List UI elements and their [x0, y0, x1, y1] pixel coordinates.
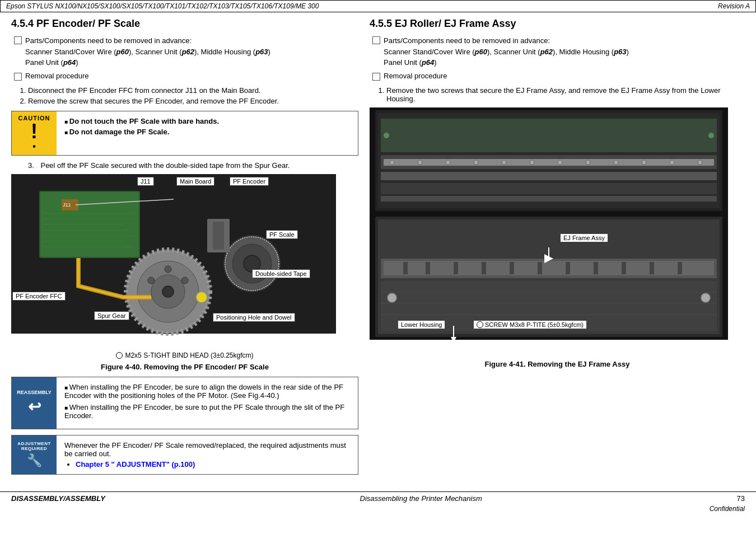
svg-point-42 [474, 160, 478, 165]
removal-item: Removal procedure [14, 72, 358, 81]
caution-dot: • [32, 142, 36, 152]
left-section-title: 4.5.4 PF Encoder/ PF Scale [11, 18, 358, 30]
checkbox-icon [14, 36, 22, 44]
header-revision: Revision A [718, 2, 750, 10]
page-header: Epson STYLUS NX100/NX105/SX100/SX105/TX1… [0, 0, 756, 12]
svg-point-41 [446, 160, 450, 165]
right-step-1: Remove the two screws that secure the EJ… [386, 86, 745, 103]
fig-label-pf-encoder: PF Encoder [230, 177, 269, 186]
right-column: 4.5.5 EJ Roller/ EJ Frame Assy Parts/Com… [370, 18, 745, 480]
caution-box: CAUTION ! • Do not touch the PF Scale wi… [11, 111, 358, 156]
screw-label: M2x5 S-TIGHT BIND HEAD (3±0.25kgfcm) [125, 352, 253, 359]
svg-point-44 [530, 160, 534, 165]
reassembly-item-1: When installing the PF Encoder, be sure … [64, 383, 350, 400]
figure-4-40-caption: Figure 4-40. Removing the PF Encoder/ PF… [11, 363, 358, 371]
ej-screw-label: SCREW M3x8 P-TITE (5±0.5kgfcm) [473, 320, 587, 329]
figure-4-41-svg [370, 107, 728, 354]
svg-text:J11: J11 [63, 202, 71, 208]
svg-rect-56 [426, 262, 430, 274]
removal-item-right: Removal procedure [372, 72, 745, 81]
svg-point-45 [558, 160, 562, 165]
adjustment-title: ADJUSTMENTREQUIRED [17, 441, 51, 451]
fig-label-pf-scale: PF Scale [266, 230, 298, 239]
step-3-text: Peel off the PF Scale secured with the d… [40, 161, 290, 170]
parts-item-right-1: Parts/Components need to be removed in a… [372, 35, 745, 68]
ej-figure-wrap: EJ Frame Assy Lower Housing SCREW M3x8 P… [370, 107, 745, 355]
reassembly-title: REASSEMBLY [17, 390, 52, 395]
svg-point-22 [148, 277, 155, 284]
svg-rect-61 [566, 262, 570, 274]
screw-circle-icon [116, 352, 123, 359]
adjustment-link[interactable]: Chapter 5 " ADJUSTMENT" (p.100) [76, 460, 195, 469]
step-3-number: 3. [28, 161, 34, 170]
svg-point-46 [586, 160, 590, 165]
reassembly-arrow-icon: ↩ [28, 397, 41, 416]
fig-label-main-board: Main Board [176, 177, 214, 186]
svg-rect-38 [384, 159, 714, 166]
left-column: 4.5.4 PF Encoder/ PF Scale Parts/Compone… [11, 18, 358, 480]
svg-rect-64 [650, 262, 654, 274]
checkbox-icon-2 [14, 73, 22, 81]
fig-label-spur-gear: Spur Gear [94, 311, 129, 320]
reassembly-list: When installing the PF Encoder, be sure … [64, 383, 350, 420]
screw-label-wrap: M2x5 S-TIGHT BIND HEAD (3±0.25kgfcm) [11, 352, 358, 359]
svg-rect-33 [381, 172, 717, 180]
caution-item-2: Do not damage the PF Scale. [64, 128, 350, 136]
steps-list: Disconnect the PF Encoder FFC from conne… [28, 86, 358, 105]
svg-rect-54 [384, 261, 714, 275]
figure-4-40-wrap: J11 [11, 174, 336, 348]
footer-wrap: DISASSEMBLY/ASSEMBLY Disassembling the P… [0, 491, 756, 513]
main-content: 4.5.4 PF Encoder/ PF Scale Parts/Compone… [0, 18, 756, 480]
figure-4-41-caption: Figure 4-41. Removing the EJ Frame Assy [370, 360, 745, 368]
header-title: Epson STYLUS NX100/NX105/SX100/SX105/TX1… [6, 2, 319, 10]
svg-rect-27 [213, 222, 224, 250]
svg-point-15 [162, 286, 174, 297]
parts-item-1: Parts/Components need to be removed in a… [14, 35, 358, 68]
ej-screw-circle-icon [477, 321, 483, 328]
svg-point-36 [384, 133, 389, 138]
footer-left: DISASSEMBLY/ASSEMBLY [11, 494, 105, 503]
footer-confidential: Confidential [0, 505, 756, 513]
svg-point-50 [698, 160, 702, 165]
footer-right: 73 [737, 494, 745, 503]
svg-rect-63 [622, 262, 626, 274]
fig-label-positioning: Positioning Hole and Dowel [213, 313, 295, 322]
svg-rect-31 [381, 119, 717, 152]
removal-label: Removal procedure [25, 72, 88, 80]
reassembly-icon: REASSEMBLY ↩ [12, 377, 57, 429]
svg-point-39 [390, 160, 394, 165]
svg-point-70 [388, 293, 396, 302]
svg-point-71 [701, 293, 710, 302]
reassembly-box: REASSEMBLY ↩ When installing the PF Enco… [11, 377, 358, 429]
wrench-icon: 🔧 [27, 453, 42, 468]
reassembly-content: When installing the PF Encoder, be sure … [57, 377, 358, 429]
fig-label-double-sided-tape: Double-sided Tape [252, 269, 310, 278]
lower-housing-label: Lower Housing [398, 320, 445, 329]
parts-text-left: Parts/Components need to be removed in a… [25, 35, 270, 68]
svg-point-47 [614, 160, 618, 165]
parts-text-right: Parts/Components need to be removed in a… [384, 35, 629, 68]
ej-frame-label: EJ Frame Assy [560, 233, 608, 242]
right-steps-list: Remove the two screws that secure the EJ… [386, 86, 745, 103]
svg-point-48 [642, 160, 646, 165]
step-1: Disconnect the PF Encoder FFC from conne… [28, 86, 358, 95]
adjustment-box: ADJUSTMENTREQUIRED 🔧 Whenever the PF Enc… [11, 435, 358, 475]
svg-point-21 [196, 292, 207, 303]
svg-point-37 [708, 133, 714, 138]
adjustment-content: Whenever the PF Encoder/ PF Scale remove… [57, 435, 358, 474]
page-footer: DISASSEMBLY/ASSEMBLY Disassembling the P… [0, 491, 756, 505]
step-2: Remove the screw that secures the PF Enc… [28, 97, 358, 105]
ej-screw-text: SCREW M3x8 P-TITE (5±0.5kgfcm) [485, 321, 584, 328]
adjustment-text: Whenever the PF Encoder/ PF Scale remove… [64, 441, 350, 458]
svg-point-23 [181, 277, 188, 284]
footer-center: Disassembling the Printer Mechanism [360, 494, 482, 503]
adjustment-icon: ADJUSTMENTREQUIRED 🔧 [12, 435, 57, 474]
svg-rect-59 [510, 262, 514, 274]
svg-rect-62 [594, 262, 598, 274]
svg-point-43 [502, 160, 506, 165]
caution-label: CAUTION ! • [12, 111, 57, 155]
fig-label-j11: J11 [137, 177, 154, 186]
parts-list-right: Parts/Components need to be removed in a… [370, 35, 745, 81]
svg-rect-57 [454, 262, 458, 274]
reassembly-item-2: When installing the PF Encoder, be sure … [64, 403, 350, 420]
